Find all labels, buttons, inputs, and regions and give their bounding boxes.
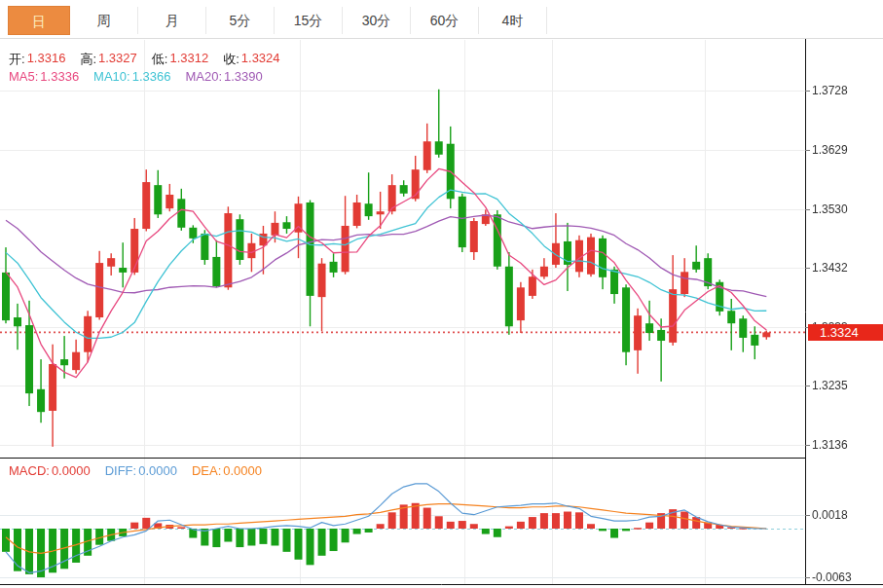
tab-month[interactable]: 月 [138, 7, 206, 34]
diff-readout: DIFF:0.0000 [105, 463, 177, 478]
tab-30min[interactable]: 30分 [343, 7, 411, 34]
ma-readout: MA5:1.3336 MA10:1.3366 MA20:1.3390 [9, 69, 263, 84]
y-axis-label: 1.3530 [812, 202, 880, 217]
y-axis-label: 1.3235 [812, 378, 880, 393]
period-tabbar: 日 周 月 5分 15分 30分 60分 4时 [0, 0, 883, 39]
y-axis-label: 1.3432 [812, 260, 880, 276]
high-readout: 高:1.3327 [80, 51, 136, 68]
tab-week[interactable]: 周 [70, 7, 138, 34]
tab-60min[interactable]: 60分 [411, 7, 479, 34]
close-readout: 收:1.3324 [223, 51, 279, 68]
tab-15min[interactable]: 15分 [275, 7, 343, 34]
y-axis-label: 1.3629 [812, 142, 880, 158]
tab-5min[interactable]: 5分 [206, 7, 275, 34]
macd-value-readout: MACD:0.0000 [9, 463, 91, 478]
low-readout: 低:1.3312 [152, 51, 208, 68]
trading-chart-window: 日 周 月 5分 15分 30分 60分 4时 开:1.3316 高:1.332… [0, 0, 883, 588]
tab-day[interactable]: 日 [8, 6, 70, 35]
dea-readout: DEA:0.0000 [192, 463, 262, 478]
y-axis-label: 1.3136 [812, 437, 880, 453]
ma20-readout: MA20:1.3390 [185, 69, 262, 84]
ohlc-readout: 开:1.3316 高:1.3327 低:1.3312 收:1.3324 [9, 51, 280, 68]
current-price-tag: 1.3324 [808, 324, 883, 341]
y-axis-label: 1.3728 [812, 83, 880, 98]
macd-axis-label: -0.0063 [812, 570, 880, 585]
ma10-readout: MA10:1.3366 [93, 69, 170, 84]
tab-4hour[interactable]: 4时 [479, 7, 547, 34]
candlestick-chart-canvas[interactable] [0, 0, 883, 588]
macd-axis-label: 0.0018 [812, 507, 880, 523]
macd-readout: MACD:0.0000 DIFF:0.0000 DEA:0.0000 [9, 463, 262, 478]
open-readout: 开:1.3316 [9, 51, 65, 68]
ma5-readout: MA5:1.3336 [9, 69, 79, 84]
